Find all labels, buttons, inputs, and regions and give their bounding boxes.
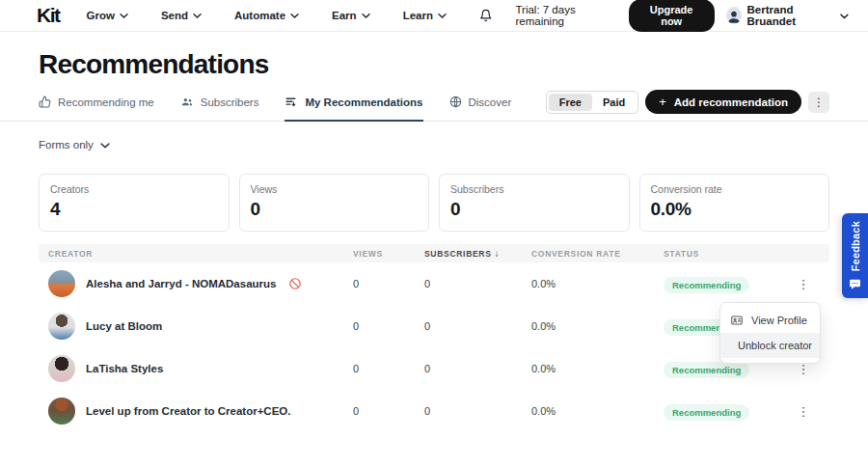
subscribers-value: 0 xyxy=(424,278,531,289)
blocked-icon xyxy=(288,277,302,290)
creator-cell[interactable]: Lucy at Bloom xyxy=(48,313,353,340)
table-row: LaTisha Styles 0 0 0.0% Recommending ⋮ xyxy=(39,347,829,390)
chevron-down-icon xyxy=(100,143,110,149)
stat-label: Views xyxy=(251,183,419,195)
feedback-label: Feedback xyxy=(850,221,861,271)
row-more-options-button[interactable]: ⋮ xyxy=(793,273,814,294)
column-header-status[interactable]: Status xyxy=(664,249,791,259)
id-card-icon xyxy=(730,314,744,327)
subscribers-value: 0 xyxy=(424,320,531,332)
globe-icon xyxy=(449,96,462,108)
nav-item-grow[interactable]: Grow xyxy=(87,10,128,21)
tab-my-recommendations[interactable]: My Recommendations xyxy=(285,83,422,122)
segment-paid[interactable]: Paid xyxy=(592,94,636,111)
person-icon xyxy=(726,9,742,24)
conversion-value: 0.0% xyxy=(531,363,664,374)
user-avatar xyxy=(726,7,742,24)
status-badge: Recommending xyxy=(664,362,749,378)
tab-recommending-me[interactable]: Recommending me xyxy=(39,83,154,122)
conversion-value: 0.0% xyxy=(531,278,664,289)
stat-card-views: Views 0 xyxy=(239,174,430,232)
column-header-conversion-rate[interactable]: Conversion rate xyxy=(531,249,664,259)
tab-actions: Free Paid + Add recommendation ⋮ xyxy=(546,90,829,114)
table-row: Lucy at Bloom 0 0 0.0% Recommending ⋮ xyxy=(39,305,829,347)
creator-name: LaTisha Styles xyxy=(86,363,163,374)
tab-discover[interactable]: Discover xyxy=(449,83,512,122)
table-header: Creator Views Subscribers ↓ Conversion r… xyxy=(39,244,829,262)
nav-item-send[interactable]: Send xyxy=(161,10,202,21)
creator-name: Alesha and Jarryd - NOMADasaurus xyxy=(86,278,276,289)
nav-item-automate[interactable]: Automate xyxy=(234,10,299,21)
people-icon xyxy=(180,96,194,108)
kit-logo[interactable]: Kit xyxy=(37,4,60,27)
chevron-down-icon xyxy=(290,14,299,18)
views-value: 0 xyxy=(353,278,424,289)
row-more-options-button[interactable]: ⋮ xyxy=(793,400,814,422)
top-nav: Kit Grow Send Automate Earn Learn Trial:… xyxy=(0,0,868,32)
thumbs-up-icon xyxy=(39,96,51,108)
chat-bubble-icon xyxy=(849,278,861,290)
views-value: 0 xyxy=(353,363,424,374)
add-recommendation-button[interactable]: + Add recommendation xyxy=(645,90,801,114)
segment-free[interactable]: Free xyxy=(549,94,592,111)
more-options-button[interactable]: ⋮ xyxy=(808,92,829,113)
creator-avatar xyxy=(48,270,75,297)
row-context-menu: View Profile Unblock creator xyxy=(719,302,821,364)
stat-value: 0.0% xyxy=(651,199,819,220)
subscribers-value: 0 xyxy=(424,363,531,374)
stat-value: 0 xyxy=(450,199,618,220)
stat-card-conversion-rate: Conversion rate 0.0% xyxy=(639,174,830,232)
creator-name: Lucy at Bloom xyxy=(86,320,162,332)
list-sort-icon xyxy=(285,96,298,108)
stat-card-subscribers: Subscribers 0 xyxy=(439,174,630,232)
views-value: 0 xyxy=(353,320,424,332)
conversion-value: 0.0% xyxy=(531,320,664,332)
creator-cell[interactable]: Alesha and Jarryd - NOMADasaurus xyxy=(48,270,353,297)
stat-value: 4 xyxy=(50,199,218,220)
stats-row: Creators 4 Views 0 Subscribers 0 Convers… xyxy=(39,174,829,232)
feedback-tab[interactable]: Feedback xyxy=(842,213,868,298)
tab-subscribers[interactable]: Subscribers xyxy=(180,83,259,122)
nav-item-earn[interactable]: Earn xyxy=(332,10,370,21)
stat-value: 0 xyxy=(251,199,419,220)
chevron-down-icon xyxy=(193,14,202,18)
stat-label: Conversion rate xyxy=(651,183,819,195)
creator-name: Level up from Creator to Creator+CEO. xyxy=(86,405,290,417)
column-header-views[interactable]: Views xyxy=(353,249,424,259)
page-title: Recommendations xyxy=(39,49,829,80)
menu-item-view-profile[interactable]: View Profile xyxy=(720,308,820,333)
chevron-down-icon xyxy=(438,14,447,18)
subscribers-value: 0 xyxy=(424,405,531,417)
status-badge: Recommending xyxy=(664,404,749,421)
sort-descending-icon: ↓ xyxy=(495,248,500,259)
user-name: Bertrand Bruandet xyxy=(747,4,835,27)
stat-card-creators: Creators 4 xyxy=(39,174,230,232)
upgrade-now-button[interactable]: Upgrade now xyxy=(629,0,715,32)
stat-label: Creators xyxy=(50,183,218,195)
creator-avatar xyxy=(48,398,75,425)
nav-right: Trial: 7 days remaining Upgrade now Bert… xyxy=(479,0,849,32)
table-row: Level up from Creator to Creator+CEO. 0 … xyxy=(39,390,829,432)
tab-bar: Recommending me Subscribers My Recommend… xyxy=(0,83,868,122)
trial-status-text: Trial: 7 days remaining xyxy=(515,4,615,27)
nav-item-learn[interactable]: Learn xyxy=(403,10,447,21)
recommendations-table: Creator Views Subscribers ↓ Conversion r… xyxy=(39,244,829,432)
user-menu[interactable]: Bertrand Bruandet xyxy=(726,4,849,27)
creator-cell[interactable]: LaTisha Styles xyxy=(48,355,353,382)
conversion-value: 0.0% xyxy=(531,405,664,417)
creator-avatar xyxy=(48,355,75,382)
plus-icon: + xyxy=(659,95,666,109)
creator-cell[interactable]: Level up from Creator to Creator+CEO. xyxy=(48,398,353,425)
table-row: Alesha and Jarryd - NOMADasaurus 0 0 0.0… xyxy=(39,262,829,305)
status-badge: Recommending xyxy=(664,277,749,293)
menu-item-unblock-creator[interactable]: Unblock creator xyxy=(720,333,820,358)
chevron-down-icon xyxy=(120,14,128,18)
notification-bell-icon[interactable] xyxy=(479,8,493,23)
column-header-creator[interactable]: Creator xyxy=(48,249,353,259)
forms-only-filter[interactable]: Forms only xyxy=(39,139,110,151)
column-header-subscribers[interactable]: Subscribers ↓ xyxy=(424,248,531,259)
free-paid-toggle: Free Paid xyxy=(546,91,638,114)
stat-label: Subscribers xyxy=(450,183,618,195)
chevron-down-icon xyxy=(840,14,849,19)
chevron-down-icon xyxy=(362,14,370,18)
